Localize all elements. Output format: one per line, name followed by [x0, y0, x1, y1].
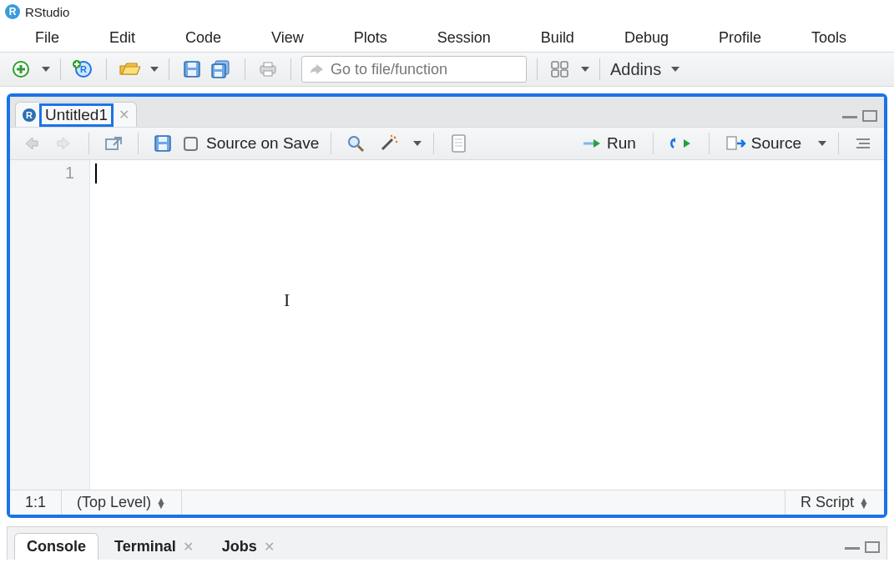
goto-file-function-input[interactable]: Go to file/function	[301, 56, 527, 83]
scope-text: (Top Level)	[77, 494, 151, 511]
svg-rect-24	[159, 137, 167, 142]
goto-placeholder-text: Go to file/function	[331, 61, 447, 78]
svg-rect-37	[727, 137, 736, 149]
code-tools-dropdown-icon[interactable]	[413, 141, 422, 146]
addins-label: Addins	[610, 60, 661, 79]
code-tools-button[interactable]	[376, 131, 402, 156]
svg-point-31	[396, 141, 397, 143]
rerun-arrows-icon	[670, 137, 692, 150]
open-recent-dropdown-icon[interactable]	[150, 67, 159, 72]
new-project-button[interactable]: R	[71, 57, 96, 82]
code-editor[interactable]: 1 I	[10, 160, 884, 490]
new-file-dropdown-icon[interactable]	[42, 67, 50, 72]
open-file-button[interactable]	[117, 57, 142, 82]
nav-back-button[interactable]	[18, 131, 43, 156]
separator	[169, 58, 169, 80]
svg-rect-16	[264, 63, 272, 67]
language-text: R Script	[801, 494, 854, 511]
run-arrow-icon	[582, 138, 602, 149]
rerun-button[interactable]	[665, 135, 697, 152]
menu-session[interactable]: Session	[412, 24, 516, 52]
source-tab-untitled1[interactable]: R Untitled1 ✕	[15, 102, 137, 127]
maximize-pane-icon[interactable]	[862, 110, 877, 122]
find-replace-button[interactable]	[343, 131, 368, 156]
r-file-icon: R	[23, 108, 36, 122]
title-bar: R RStudio	[0, 0, 894, 23]
separator	[433, 133, 434, 154]
rstudio-app-icon: R	[5, 4, 20, 19]
popout-window-icon	[104, 136, 123, 151]
line-number: 1	[10, 163, 74, 183]
updown-icon: ▲▼	[859, 498, 869, 508]
separator	[60, 58, 61, 80]
svg-point-29	[394, 137, 396, 139]
separator	[537, 58, 538, 80]
tab-terminal[interactable]: Terminal ✕	[102, 533, 206, 560]
source-dropdown-icon[interactable]	[818, 141, 826, 146]
separator	[838, 133, 839, 154]
code-area[interactable]: I	[90, 160, 884, 490]
svg-rect-9	[188, 63, 196, 68]
language-selector[interactable]: R Script ▲▼	[785, 490, 884, 515]
source-on-save-label: Source on Save	[206, 134, 319, 153]
close-tab-icon[interactable]: ✕	[183, 539, 194, 555]
svg-line-27	[358, 146, 363, 151]
source-button[interactable]: Source	[721, 133, 806, 154]
cursor-position-text: 1:1	[25, 494, 46, 511]
cursor-position[interactable]: 1:1	[10, 490, 62, 515]
show-in-new-window-button[interactable]	[101, 131, 126, 156]
nav-forward-button[interactable]	[52, 131, 77, 156]
menu-help[interactable]: Help	[871, 24, 894, 52]
tab-terminal-label: Terminal	[114, 538, 176, 555]
app-title: RStudio	[25, 5, 69, 19]
save-doc-button[interactable]	[150, 131, 175, 156]
new-project-icon: R	[73, 60, 94, 78]
panes-dropdown-icon[interactable]	[581, 67, 589, 72]
workspace-panes-button[interactable]	[548, 57, 573, 82]
print-button[interactable]	[255, 57, 280, 82]
menu-build[interactable]: Build	[516, 24, 599, 52]
menu-code[interactable]: Code	[160, 24, 246, 52]
arrow-left-icon	[23, 136, 39, 151]
scope-selector[interactable]: (Top Level) ▲▼	[62, 490, 182, 515]
menu-edit[interactable]: Edit	[84, 24, 160, 52]
pane-window-controls	[845, 541, 880, 553]
compile-report-button[interactable]	[446, 131, 471, 156]
floppy-disks-icon	[211, 60, 233, 78]
ibeam-cursor-icon: I	[284, 289, 290, 311]
console-pane-tabs: Console Terminal ✕ Jobs ✕	[7, 526, 887, 560]
save-all-button[interactable]	[210, 57, 235, 82]
pane-window-controls	[842, 110, 877, 122]
svg-rect-10	[188, 70, 196, 76]
menu-tools[interactable]: Tools	[786, 24, 871, 52]
tab-console[interactable]: Console	[14, 533, 98, 560]
menu-debug[interactable]: Debug	[599, 24, 694, 52]
addins-menu[interactable]: Addins	[610, 60, 679, 79]
separator	[709, 133, 710, 154]
addins-dropdown-icon	[671, 67, 679, 72]
close-tab-icon[interactable]: ✕	[264, 539, 275, 555]
run-label: Run	[607, 134, 636, 153]
menu-file[interactable]: File	[10, 24, 84, 52]
svg-rect-17	[264, 71, 272, 76]
menu-view[interactable]: View	[246, 24, 329, 52]
maximize-pane-icon[interactable]	[865, 541, 880, 553]
source-on-save-checkbox[interactable]	[184, 137, 198, 151]
svg-rect-21	[561, 70, 568, 77]
svg-rect-18	[552, 62, 558, 68]
folder-open-icon	[119, 61, 140, 78]
svg-rect-25	[159, 144, 167, 150]
svg-rect-32	[452, 135, 465, 152]
run-button[interactable]: Run	[577, 133, 641, 154]
save-button[interactable]	[179, 57, 205, 82]
close-tab-icon[interactable]: ✕	[119, 107, 129, 123]
new-file-button[interactable]	[8, 57, 33, 82]
tab-jobs[interactable]: Jobs ✕	[210, 533, 287, 560]
menu-profile[interactable]: Profile	[694, 24, 786, 52]
minimize-pane-icon[interactable]	[842, 110, 857, 118]
document-outline-button[interactable]	[851, 131, 876, 156]
tab-console-label: Console	[27, 538, 86, 555]
minimize-pane-icon[interactable]	[845, 541, 860, 550]
menu-plots[interactable]: Plots	[329, 24, 412, 52]
svg-rect-22	[106, 139, 118, 149]
